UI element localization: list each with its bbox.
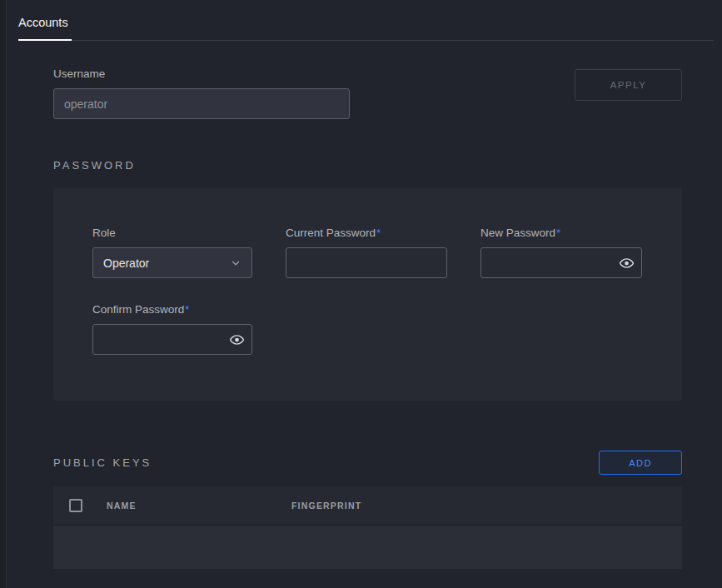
tab-accounts[interactable]: Accounts [18, 16, 72, 41]
required-marker: * [556, 227, 560, 239]
chevron-down-icon [230, 257, 241, 269]
confirm-password-label: Confirm Password* [92, 303, 252, 316]
table-header-row: NAME FINGERPRINT [53, 486, 682, 526]
role-label: Role [92, 227, 252, 239]
confirm-password-input-wrap [92, 324, 252, 355]
confirm-password-row: Confirm Password* [92, 303, 643, 355]
username-row: Username APPLY [53, 67, 682, 119]
username-input[interactable] [53, 88, 350, 119]
current-password-label: Current Password* [286, 227, 447, 239]
public-keys-heading: PUBLIC KEYS [53, 456, 152, 469]
confirm-password-label-text: Confirm Password [92, 303, 184, 316]
username-block: Username [53, 67, 350, 119]
tab-bar: Accounts [18, 0, 714, 41]
role-selected-value: Operator [103, 257, 149, 270]
show-password-icon[interactable] [229, 331, 245, 347]
required-marker: * [185, 303, 189, 316]
select-all-checkbox[interactable] [69, 499, 82, 512]
current-password-label-text: Current Password [286, 227, 376, 239]
left-edge-strip [0, 0, 7, 588]
new-password-field: New Password* [481, 227, 642, 278]
password-panel: Role Operator Current Password* New Pass… [53, 188, 682, 401]
public-keys-table: NAME FINGERPRINT [53, 486, 682, 569]
add-public-key-button[interactable]: ADD [599, 451, 682, 475]
select-all-cell [53, 499, 107, 512]
new-password-input-wrap [481, 247, 642, 278]
role-select[interactable]: Operator [92, 247, 252, 278]
new-password-label: New Password* [481, 227, 642, 239]
public-keys-header-row: PUBLIC KEYS ADD [53, 451, 682, 475]
current-password-input-wrap [286, 247, 447, 278]
password-fields-row: Role Operator Current Password* New Pass… [92, 227, 643, 278]
table-empty-row [53, 526, 682, 569]
show-password-icon[interactable] [619, 255, 635, 271]
password-section-heading: PASSWORD [53, 159, 682, 172]
confirm-password-field: Confirm Password* [92, 303, 252, 355]
column-header-name: NAME [107, 501, 291, 511]
current-password-field: Current Password* [286, 227, 447, 278]
role-field: Role Operator [92, 227, 252, 278]
new-password-input[interactable] [481, 247, 642, 278]
apply-button[interactable]: APPLY [575, 69, 682, 101]
current-password-input[interactable] [286, 247, 447, 278]
new-password-label-text: New Password [481, 227, 555, 239]
accounts-page: Username APPLY PASSWORD Role Operator Cu… [0, 67, 722, 569]
column-header-fingerprint: FINGERPRINT [291, 501, 361, 511]
required-marker: * [376, 227, 381, 239]
username-label: Username [53, 67, 350, 80]
